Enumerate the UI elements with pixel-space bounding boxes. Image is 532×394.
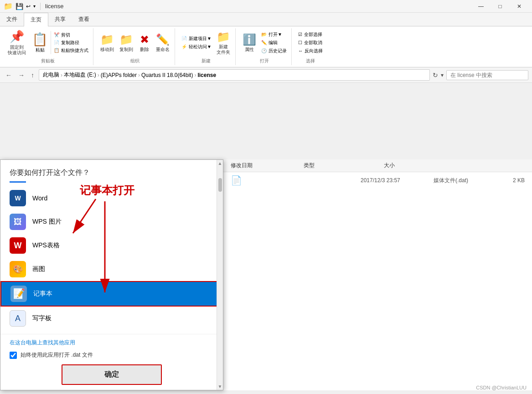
app-item-word[interactable]: W Word	[0, 186, 223, 210]
move-to-button[interactable]: 📁 移动到	[98, 32, 116, 54]
new-item-button[interactable]: 📄 新建项目▼	[180, 35, 213, 42]
tab-share[interactable]: 共享	[48, 13, 72, 26]
app-item-notepad[interactable]: 📝 记事本	[0, 281, 223, 307]
new-group-label: 新建	[180, 57, 232, 65]
ribbon-tabs: 文件 主页 共享 查看	[0, 13, 532, 26]
dialog-scrollbar[interactable]: ▲ ▼	[217, 160, 223, 390]
rename-button[interactable]: ✏️ 重命名	[154, 32, 172, 54]
minimize-button[interactable]: —	[472, 0, 490, 13]
title-text: license	[45, 3, 63, 10]
col-header-size[interactable]: 大小	[358, 162, 395, 169]
easy-access-button[interactable]: ⚡ 轻松访问▼	[180, 43, 213, 51]
paste-label: 粘贴	[36, 47, 45, 53]
find-other-apps-link[interactable]: 在这台电脑上查找其他应用	[10, 339, 214, 347]
ribbon-group-open: ℹ️ 属性 📂 打开▼ ✏️ 编辑 🕐 历史记录 打开	[238, 28, 292, 65]
pin-to-quick-access-button[interactable]: 📌 固定到快速访问	[5, 28, 28, 57]
organize-group-label: 组织	[98, 57, 172, 65]
copy-button[interactable]: 📄 复制路径	[52, 39, 90, 46]
dialog-title: 你要如何打开这个文件？	[0, 160, 223, 181]
always-use-checkbox[interactable]	[10, 352, 17, 359]
tab-file[interactable]: 文件	[0, 13, 24, 26]
paste-icon: 📋	[32, 32, 48, 47]
copy-to-button[interactable]: 📁 复制到	[117, 32, 135, 54]
refresh-button[interactable]: ↻	[433, 72, 438, 79]
open-with-dialog: ▲ ▼ 你要如何打开这个文件？ W Word 🖼 WPS 图片 W WPS表格	[0, 159, 223, 390]
rename-icon: ✏️	[156, 33, 170, 46]
scrollbar-thumb[interactable]	[218, 178, 222, 192]
scroll-up-arrow[interactable]: ▲	[218, 161, 222, 166]
new-folder-button[interactable]: 📁 新建文件夹	[214, 29, 232, 56]
wps-img-icon: 🖼	[10, 214, 26, 230]
file-entry-0[interactable]: 📄 2017/12/3 23:57 媒体文件(.dat) 2 KB	[223, 172, 532, 189]
invert-selection-button[interactable]: ↔ 反向选择	[296, 47, 325, 55]
scroll-down-arrow[interactable]: ▼	[218, 384, 222, 389]
address-path[interactable]: 此电脑 › 本地磁盘 (E:) › (E)APPs folder › Quart…	[39, 69, 430, 81]
main-content: ▲ ▼ 你要如何打开这个文件？ W Word 🖼 WPS 图片 W WPS表格	[0, 83, 532, 390]
path-part-disk[interactable]: 本地磁盘 (E:)	[64, 71, 96, 79]
ribbon-group-organize: 📁 移动到 📁 复制到 ✖ 删除 ✏️ 重命名 组织	[95, 28, 175, 65]
ribbon-group-clipboard: 📌 固定到快速访问 📋 粘贴 ✂️ 剪切 📄 复制路径	[3, 28, 93, 65]
path-part-quartus[interactable]: Quartus II 18.0(64bit)	[141, 72, 193, 78]
quick-dropdown-icon[interactable]: ▾	[33, 4, 36, 9]
properties-button[interactable]: ℹ️ 属性	[240, 32, 258, 54]
wps-table-icon: W	[10, 237, 26, 254]
up-button[interactable]: ↑	[29, 71, 36, 80]
select-none-button[interactable]: ☐ 全部取消	[296, 39, 325, 46]
app-item-wps-img[interactable]: 🖼 WPS 图片	[0, 210, 223, 234]
app-list: W Word 🖼 WPS 图片 W WPS表格 🎨 画图 📝 记事本	[0, 183, 223, 334]
paste-shortcut-icon: 📋	[54, 48, 59, 53]
pin-icon: 📌	[10, 30, 24, 44]
path-part-license[interactable]: license	[197, 72, 216, 78]
app-item-wps-table[interactable]: W WPS表格	[0, 234, 223, 257]
app-item-paint[interactable]: 🎨 画图	[0, 257, 223, 281]
dropdown-path-button[interactable]: ▾	[441, 72, 444, 78]
quick-save-icon[interactable]: 💾	[15, 3, 23, 10]
title-bar: 📁 💾 ↩ ▾ license — □ ✕	[0, 0, 532, 13]
cut-button[interactable]: ✂️ 剪切	[52, 31, 90, 39]
copy-folder-icon: 📁	[119, 33, 133, 46]
properties-icon: ℹ️	[243, 33, 256, 46]
open-button[interactable]: 📂 打开▼	[259, 31, 289, 38]
clipboard-sub2: ✂️ 剪切 📄 复制路径 📋 粘贴快捷方式	[52, 31, 90, 54]
close-button[interactable]: ✕	[510, 0, 528, 13]
edit-icon: ✏️	[261, 40, 267, 45]
wps-img-label: WPS 图片	[32, 218, 62, 226]
select-all-button[interactable]: ☑ 全部选择	[296, 31, 325, 38]
file-panel: 修改日期 类型 大小 📄 2017/12/3 23:57 媒体文件(.dat) …	[223, 159, 532, 390]
select-group-label: 选择	[296, 57, 325, 65]
ribbon-group-new: 📄 新建项目▼ ⚡ 轻松访问▼ 📁 新建文件夹 新建	[177, 28, 236, 65]
maximize-button[interactable]: □	[491, 0, 509, 13]
history-button[interactable]: 🕐 历史记录	[259, 47, 289, 55]
history-icon: 🕐	[261, 48, 267, 53]
move-icon: 📁	[100, 33, 114, 46]
clipboard-sub: 📋 粘贴	[29, 31, 51, 54]
confirm-button[interactable]: 确定	[62, 364, 162, 385]
file-date-0: 2017/12/3 23:57	[361, 177, 434, 184]
col-header-type[interactable]: 类型	[304, 162, 358, 169]
forward-button[interactable]: →	[16, 71, 26, 80]
file-list-header: 修改日期 类型 大小	[223, 159, 532, 172]
app-item-wordpad[interactable]: A 写字板	[0, 307, 223, 330]
ribbon-group-select: ☑ 全部选择 ☐ 全部取消 ↔ 反向选择 选择	[294, 28, 327, 65]
select-none-icon: ☐	[298, 40, 302, 45]
window-icon: 📁	[4, 2, 13, 10]
paste-shortcut-button[interactable]: 📋 粘贴快捷方式	[52, 47, 90, 54]
paint-label: 画图	[32, 265, 45, 273]
clipboard-group-label: 剪贴板	[5, 57, 90, 65]
tab-view[interactable]: 查看	[72, 13, 96, 26]
back-button[interactable]: ←	[4, 71, 14, 80]
search-input[interactable]	[446, 70, 528, 80]
wordpad-icon: A	[10, 310, 26, 327]
tab-home[interactable]: 主页	[24, 13, 48, 26]
watermark: CSDN @ChristianLUU	[476, 385, 527, 390]
delete-button[interactable]: ✖ 删除	[136, 32, 153, 54]
quick-undo-icon[interactable]: ↩	[26, 3, 31, 10]
path-part-apps[interactable]: (E)APPs folder	[101, 72, 137, 78]
path-part-computer[interactable]: 此电脑	[43, 71, 59, 79]
new-item-icon: 📄	[181, 36, 187, 41]
title-bar-controls: — □ ✕	[472, 0, 528, 13]
col-header-date[interactable]: 修改日期	[231, 162, 304, 169]
word-icon: W	[10, 190, 26, 206]
paste-button[interactable]: 📋 粘贴	[29, 31, 51, 54]
edit-button[interactable]: ✏️ 编辑	[259, 39, 289, 46]
